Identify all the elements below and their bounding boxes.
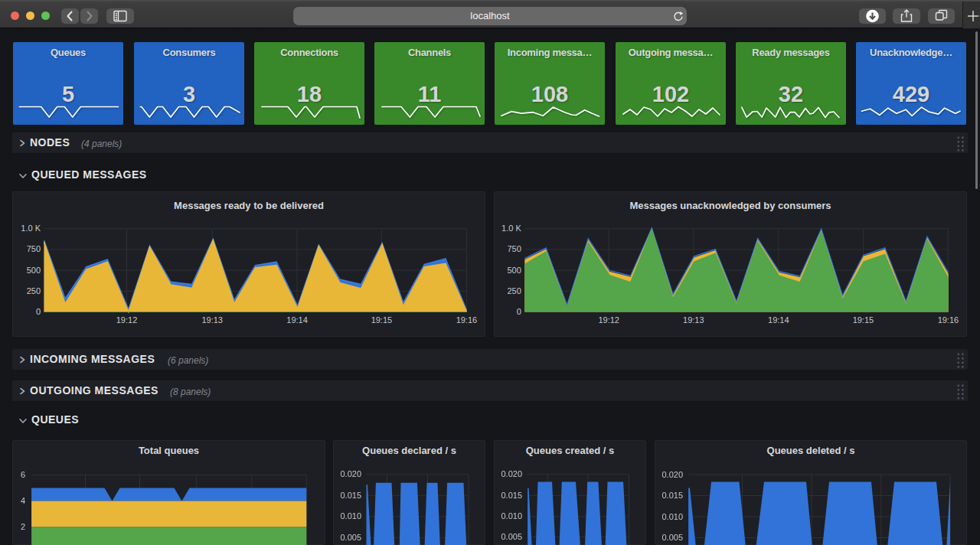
svg-text:250: 250 [27,286,41,295]
svg-text:0.015: 0.015 [501,491,522,500]
svg-text:2: 2 [21,522,25,531]
svg-text:0: 0 [517,307,521,316]
svg-text:4: 4 [21,496,25,505]
svg-text:19:16: 19:16 [938,315,959,325]
svg-text:0.005: 0.005 [501,532,522,541]
svg-text:1.0 K: 1.0 K [501,224,521,233]
svg-text:1.0 K: 1.0 K [21,224,41,233]
svg-text:19:12: 19:12 [116,315,138,325]
svg-text:0.010: 0.010 [340,511,361,521]
svg-text:0.005: 0.005 [662,533,683,542]
svg-text:6: 6 [21,470,25,479]
svg-text:0.010: 0.010 [662,512,683,521]
svg-text:19:15: 19:15 [371,315,393,325]
svg-text:19:12: 19:12 [598,315,619,325]
svg-text:19:14: 19:14 [286,315,308,325]
svg-text:19:13: 19:13 [201,315,223,325]
svg-text:0.020: 0.020 [340,469,361,478]
svg-text:0.015: 0.015 [662,491,683,500]
svg-text:0.015: 0.015 [340,491,361,500]
svg-text:750: 750 [507,244,521,253]
svg-text:19:14: 19:14 [768,315,789,325]
svg-text:750: 750 [27,244,41,253]
svg-text:0.010: 0.010 [501,511,522,521]
svg-text:0.005: 0.005 [340,533,361,542]
svg-text:0.020: 0.020 [501,469,522,478]
svg-text:500: 500 [27,266,41,275]
svg-text:250: 250 [507,286,521,295]
svg-text:500: 500 [507,266,521,275]
svg-text:19:13: 19:13 [683,315,704,325]
svg-text:0: 0 [36,307,41,316]
svg-text:19:16: 19:16 [456,315,478,325]
svg-text:19:15: 19:15 [853,315,874,325]
svg-text:0.020: 0.020 [662,470,683,479]
